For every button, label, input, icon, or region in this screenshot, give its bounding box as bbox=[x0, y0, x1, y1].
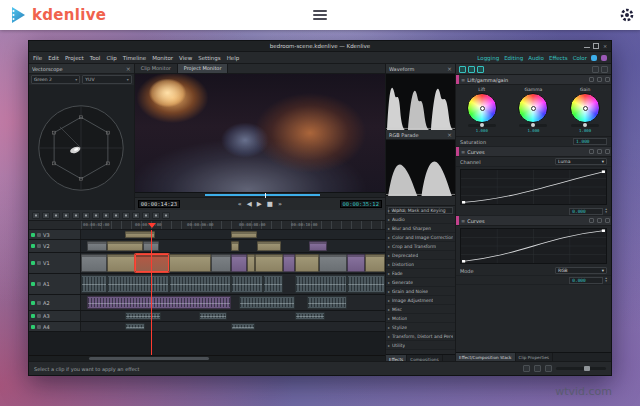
curves-editor[interactable] bbox=[456, 226, 611, 266]
move-up-icon[interactable] bbox=[589, 149, 594, 154]
timeline-clip[interactable] bbox=[231, 241, 239, 251]
zoom-slider[interactable] bbox=[556, 367, 606, 370]
delete-effect-icon[interactable] bbox=[605, 77, 610, 82]
workspace-logging[interactable]: Logging bbox=[477, 55, 499, 61]
timeline-tool-icon[interactable] bbox=[142, 212, 150, 219]
effect-category[interactable]: ▸Audio bbox=[386, 215, 455, 224]
menu-file[interactable]: File bbox=[33, 55, 42, 61]
track-lane[interactable] bbox=[81, 240, 385, 252]
effect-category[interactable]: ▸Fade bbox=[386, 269, 455, 278]
effect-category[interactable]: ▸Stylize bbox=[386, 323, 455, 332]
track-lock-icon[interactable] bbox=[37, 244, 41, 248]
timeline-clip[interactable] bbox=[231, 231, 257, 238]
skip-end-icon[interactable]: » bbox=[278, 199, 282, 209]
spinner-icons[interactable]: ▴▾ bbox=[605, 277, 607, 284]
gamma-slider[interactable] bbox=[519, 124, 547, 127]
window-titlebar[interactable]: bedroom-scene.kdenlive — Kdenlive × bbox=[29, 41, 611, 52]
timeline-clip[interactable] bbox=[319, 254, 347, 272]
effect-category[interactable]: ▸Distortion bbox=[386, 260, 455, 269]
spinner-icons[interactable]: ▴▾ bbox=[605, 208, 607, 215]
snap-icon[interactable] bbox=[523, 365, 530, 372]
play-icon[interactable]: ▶ bbox=[257, 199, 262, 209]
rewind-icon[interactable]: ◀ bbox=[247, 199, 252, 209]
track-header[interactable]: V3 bbox=[29, 230, 81, 239]
kdenlive-logo[interactable]: kdenlive bbox=[8, 5, 106, 25]
timeline-clip[interactable] bbox=[125, 312, 161, 320]
enable-effects-icon[interactable] bbox=[459, 66, 466, 73]
delete-effect-icon[interactable] bbox=[605, 218, 610, 223]
timeline-clip[interactable] bbox=[263, 275, 283, 293]
track-lock-icon[interactable] bbox=[37, 314, 41, 318]
move-down-icon[interactable] bbox=[597, 77, 602, 82]
track-header[interactable]: A4 bbox=[29, 322, 81, 331]
track-active-icon[interactable] bbox=[31, 261, 35, 265]
saturation-value[interactable]: 1.000 bbox=[573, 138, 607, 145]
curve-value[interactable]: 0.000 bbox=[569, 277, 603, 284]
tab-effect-stack[interactable]: Effect/Composition Stack bbox=[456, 353, 516, 361]
layout-blue-icon[interactable] bbox=[591, 55, 597, 61]
track-lock-icon[interactable] bbox=[37, 282, 41, 286]
timeline-clip[interactable] bbox=[211, 254, 231, 272]
timeline-clip[interactable] bbox=[347, 254, 365, 272]
rgb-parade-header[interactable]: RGB Parade × bbox=[386, 130, 455, 140]
channel-select[interactable]: Luma ▾ bbox=[555, 158, 607, 165]
effect-category[interactable]: ▸Blur and Sharpen bbox=[386, 224, 455, 233]
timeline-clip[interactable] bbox=[295, 312, 325, 320]
timeline-clip[interactable] bbox=[231, 323, 255, 330]
timeline-clip[interactable] bbox=[255, 254, 283, 272]
timeline-clip[interactable] bbox=[107, 241, 143, 251]
close-icon[interactable]: × bbox=[447, 132, 452, 138]
save-preset-icon[interactable] bbox=[468, 66, 475, 73]
timeline-clip[interactable] bbox=[135, 254, 169, 272]
menu-clip[interactable]: Clip bbox=[106, 55, 116, 61]
timeline-clip[interactable] bbox=[239, 296, 295, 309]
timeline-clip[interactable] bbox=[169, 275, 231, 293]
effect-category[interactable]: ▸Transform, Distort and Perspective bbox=[386, 332, 455, 341]
stop-icon[interactable]: ■ bbox=[267, 199, 273, 209]
monitor-seek-bar[interactable] bbox=[135, 192, 385, 197]
timeline-clip[interactable] bbox=[347, 275, 385, 293]
track-header[interactable]: A3 bbox=[29, 311, 81, 321]
move-up-icon[interactable] bbox=[589, 218, 594, 223]
curves-editor[interactable] bbox=[456, 167, 611, 207]
timeline-tool-icon[interactable] bbox=[42, 212, 50, 219]
timeline-clip[interactable] bbox=[283, 254, 295, 272]
timeline-clip[interactable] bbox=[81, 275, 107, 293]
effect-category[interactable]: ▸Utility bbox=[386, 341, 455, 350]
track-lock-icon[interactable] bbox=[37, 325, 41, 329]
timeline-clip[interactable] bbox=[365, 254, 385, 272]
tab-clip-properties[interactable]: Clip Properties bbox=[516, 353, 553, 361]
paint-mode-select[interactable]: Green 2 ▾ bbox=[31, 75, 80, 84]
workspace-audio[interactable]: Audio bbox=[528, 55, 544, 61]
timeline-tool-icon[interactable] bbox=[62, 212, 70, 219]
timeline-clip[interactable] bbox=[257, 241, 281, 251]
track-header[interactable]: A2 bbox=[29, 295, 81, 310]
hamburger-menu-icon[interactable] bbox=[313, 10, 327, 22]
timeline-clip[interactable] bbox=[247, 254, 255, 272]
fit-zoom-icon[interactable] bbox=[545, 365, 552, 372]
timeline-clip[interactable] bbox=[81, 254, 107, 272]
timeline-clip[interactable] bbox=[87, 296, 231, 309]
effect-header[interactable]: ≡ Lift/gamma/gain bbox=[456, 75, 611, 85]
move-down-icon[interactable] bbox=[597, 149, 602, 154]
thumbnails-icon[interactable] bbox=[534, 365, 541, 372]
timeline-tool-icon[interactable] bbox=[162, 212, 170, 219]
kde-gear-icon[interactable] bbox=[619, 7, 635, 23]
effect-category[interactable]: ▸Motion bbox=[386, 314, 455, 323]
track-header[interactable]: V2 bbox=[29, 240, 81, 252]
lift-color-wheel[interactable] bbox=[467, 93, 497, 123]
timeline-clip[interactable] bbox=[309, 241, 327, 251]
effect-category[interactable]: ▸Crop and Transform bbox=[386, 242, 455, 251]
effect-category[interactable]: ▸Color and Image Correction bbox=[386, 233, 455, 242]
timeline-tool-icon[interactable] bbox=[152, 212, 160, 219]
menu-view[interactable]: View bbox=[179, 55, 192, 61]
effect-category[interactable]: ▸Misc bbox=[386, 305, 455, 314]
track-lane[interactable] bbox=[81, 230, 385, 239]
workspace-editing[interactable]: Editing bbox=[504, 55, 523, 61]
timeline-ruler[interactable]: 00:00:02:0000:00:04:0000:00:06:0000:00:0… bbox=[29, 221, 385, 230]
mode-select[interactable]: RGB ▾ bbox=[555, 267, 607, 274]
timeline-clip[interactable] bbox=[199, 312, 227, 320]
track-active-icon[interactable] bbox=[31, 233, 35, 237]
timeline-clip[interactable] bbox=[107, 275, 169, 293]
skip-start-icon[interactable]: « bbox=[238, 199, 242, 209]
